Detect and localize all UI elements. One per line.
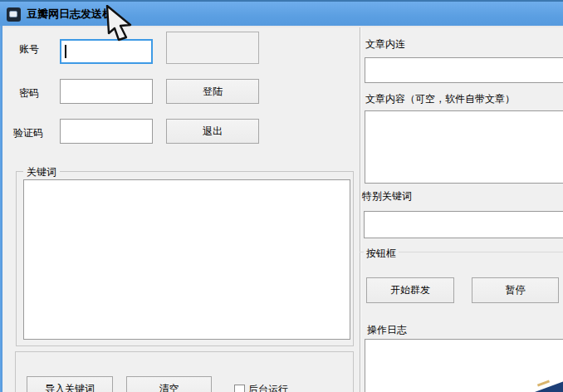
app-window: 豆瓣网日志发送机 账号 密码 登陆 验证码 退出 关键词 导入关键词 清空 后台…	[0, 0, 563, 392]
start-mass-send-button[interactable]: 开始群发	[366, 277, 454, 303]
keywords-textarea[interactable]	[23, 179, 350, 340]
panel-divider-highlight	[360, 27, 361, 392]
app-icon	[7, 7, 21, 22]
pause-button[interactable]: 暂停	[472, 277, 559, 303]
account-input[interactable]	[60, 39, 153, 64]
login-button[interactable]: 登陆	[166, 79, 259, 104]
window-left-border	[0, 26, 2, 392]
password-input[interactable]	[60, 79, 153, 104]
captcha-input[interactable]	[60, 119, 153, 144]
title-bar[interactable]: 豆瓣网日志发送机	[0, 0, 563, 26]
captcha-label: 验证码	[13, 126, 43, 140]
titlebar-underline	[2, 26, 563, 27]
exit-button[interactable]: 退出	[166, 119, 259, 144]
corner-logo-fragment	[535, 379, 563, 392]
special-keywords-input[interactable]	[364, 211, 563, 238]
operation-log-textarea[interactable]	[365, 339, 563, 392]
article-content-label: 文章内容（可空，软件自带文章）	[365, 92, 515, 106]
background-run-checkbox[interactable]	[234, 385, 245, 392]
background-run-checkbox-label[interactable]: 后台运行	[248, 383, 288, 392]
captcha-image-placeholder	[166, 32, 259, 64]
password-label: 密码	[19, 86, 39, 100]
account-label: 账号	[19, 42, 39, 56]
article-link-label: 文章内连	[365, 37, 405, 51]
article-content-textarea[interactable]	[365, 110, 563, 184]
app-icon-glyph	[9, 11, 17, 17]
special-keywords-label: 特别关键词	[362, 189, 412, 203]
keywords-group-label: 关键词	[23, 165, 60, 179]
window-title: 豆瓣网日志发送机	[27, 2, 113, 26]
operation-log-label: 操作日志	[367, 323, 407, 337]
text-caret	[65, 45, 66, 58]
corner-logo-accent	[537, 380, 550, 387]
import-keywords-button[interactable]: 导入关键词	[27, 376, 113, 392]
actions-group-label: 按钮框	[364, 247, 399, 261]
article-link-input[interactable]	[365, 57, 563, 83]
clear-button[interactable]: 清空	[126, 376, 212, 392]
